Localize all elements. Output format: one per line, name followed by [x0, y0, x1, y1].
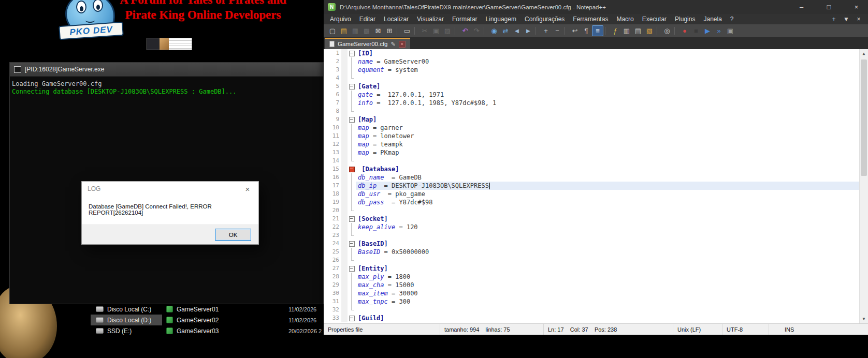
- status-eol[interactable]: Unix (LF): [673, 324, 722, 335]
- editor-line-28[interactable]: 28max_ply = 1800: [324, 273, 859, 281]
- menu-item-help12[interactable]: ?: [726, 14, 738, 24]
- code-text[interactable]: max_tnpc = 300: [356, 297, 859, 306]
- editor-line-24[interactable]: 24[BaseID]: [324, 240, 859, 248]
- code-text[interactable]: [ID]: [356, 49, 859, 57]
- editor-line-27[interactable]: 27[Entity]: [324, 264, 859, 273]
- show-all-chars-button[interactable]: ¶: [581, 25, 592, 36]
- new-file-button[interactable]: ▢: [327, 25, 338, 36]
- close-file-button[interactable]: ⊠: [372, 25, 384, 36]
- vertical-scrollbar[interactable]: ▲ ▼: [859, 49, 868, 323]
- menu-item-formatar[interactable]: Formatar: [448, 14, 482, 24]
- editor-line-9[interactable]: 9[Map]: [324, 115, 859, 124]
- close-tab-button[interactable]: ×: [852, 16, 865, 23]
- editor-line-12[interactable]: 12map = teampk: [324, 140, 859, 148]
- code-text[interactable]: [Socket]: [356, 215, 859, 223]
- scroll-up-icon[interactable]: ▲: [860, 49, 868, 58]
- copy-button[interactable]: ▣: [430, 25, 442, 36]
- find-button[interactable]: ◉: [488, 25, 500, 36]
- editor-area[interactable]: 1[ID]2name = GameServer003equment = syst…: [324, 49, 868, 323]
- save-macro-button[interactable]: ▣: [725, 25, 736, 36]
- fold-marker[interactable]: [348, 49, 356, 57]
- code-text[interactable]: map = garner: [356, 124, 859, 132]
- dialog-titlebar[interactable]: LOG ×: [82, 182, 258, 196]
- code-text[interactable]: max_ply = 1800: [356, 273, 859, 281]
- folder-workspace-button[interactable]: ▧: [644, 25, 655, 36]
- editor-line-5[interactable]: 5[Gate]: [324, 82, 859, 91]
- menu-item-linguagem[interactable]: Linguagem: [482, 14, 520, 24]
- console-titlebar[interactable]: [PID:16028]GameServer.exe: [10, 63, 323, 77]
- menu-item-janela[interactable]: Janela: [699, 14, 726, 24]
- code-text[interactable]: db_pass = Y87dc#$98: [356, 198, 859, 206]
- tab-list-button[interactable]: ▼: [840, 16, 852, 23]
- code-text[interactable]: name = GameServer00: [356, 57, 859, 66]
- code-text[interactable]: keep_alive = 120: [356, 223, 859, 231]
- close-icon[interactable]: ×: [242, 185, 253, 193]
- status-insert-mode[interactable]: INS: [769, 324, 868, 335]
- menu-item-localizar[interactable]: Localizar: [380, 14, 413, 24]
- editor-line-32[interactable]: 32: [324, 306, 859, 314]
- word-wrap-button[interactable]: ↩: [569, 25, 581, 36]
- editor-line-3[interactable]: 3equment = system: [324, 66, 859, 74]
- doc-map-button[interactable]: ▥: [621, 25, 632, 36]
- code-text[interactable]: [BaseID]: [356, 240, 859, 248]
- play-macro-button[interactable]: ▶: [702, 25, 713, 36]
- code-text[interactable]: [Entity]: [356, 264, 859, 273]
- editor-line-21[interactable]: 21[Socket]: [324, 215, 859, 223]
- drive-item[interactable]: Disco Local (D:): [91, 315, 162, 325]
- fold-marker[interactable]: [348, 264, 356, 273]
- file-item[interactable]: GameServer03: [162, 327, 288, 335]
- find-next-button[interactable]: ►: [523, 25, 534, 36]
- code-text[interactable]: info = 127.0.0.1, 1985, Y87dc#$98, 1: [356, 99, 859, 107]
- menu-item-executar[interactable]: Executar: [638, 14, 671, 24]
- fold-marker[interactable]: [348, 82, 356, 91]
- function-list-button[interactable]: ƒ: [610, 25, 621, 36]
- find-prev-button[interactable]: ◄: [511, 25, 523, 36]
- tab-close-icon[interactable]: ×: [399, 41, 406, 48]
- editor-line-15[interactable]: 15 [Database]: [324, 165, 859, 173]
- editor-line-11[interactable]: 11map = lonetower: [324, 132, 859, 140]
- editor-line-31[interactable]: 31max_tnpc = 300: [324, 297, 859, 306]
- code-text[interactable]: [Gate]: [356, 82, 859, 91]
- editor-line-10[interactable]: 10map = garner: [324, 124, 859, 132]
- fold-marker[interactable]: [348, 314, 356, 322]
- open-file-button[interactable]: ▤: [338, 25, 350, 36]
- code-text[interactable]: equment = system: [356, 66, 859, 74]
- code-text[interactable]: BaseID = 0x50000000: [356, 248, 859, 256]
- code-text[interactable]: map = lonetower: [356, 132, 859, 140]
- file-item[interactable]: GameServer01: [162, 306, 288, 313]
- fold-marker[interactable]: [348, 240, 356, 248]
- editor-line-7[interactable]: 7info = 127.0.0.1, 1985, Y87dc#$98, 1: [324, 99, 859, 107]
- editor-line-29[interactable]: 29max_cha = 15000: [324, 281, 859, 289]
- code-text[interactable]: db_name = GameDB: [356, 173, 859, 182]
- code-text[interactable]: max_cha = 15000: [356, 281, 859, 289]
- tab-gameserver00-cfg[interactable]: GameServer00.cfg ✎ ×: [325, 38, 410, 49]
- editor-line-2[interactable]: 2name = GameServer00: [324, 57, 859, 66]
- ok-button[interactable]: OK: [215, 229, 251, 241]
- code-text[interactable]: max_item = 30000: [356, 289, 859, 297]
- zoom-in-button[interactable]: +: [540, 25, 552, 36]
- code-text[interactable]: [356, 206, 859, 215]
- editor-line-20[interactable]: 20: [324, 206, 859, 215]
- new-tab-button[interactable]: +: [828, 16, 840, 23]
- code-text[interactable]: [356, 107, 859, 115]
- status-encoding[interactable]: UTF-8: [722, 324, 769, 335]
- editor-line-1[interactable]: 1[ID]: [324, 49, 859, 57]
- code-text[interactable]: [356, 306, 859, 314]
- menu-item-plugins[interactable]: Plugins: [671, 14, 699, 24]
- editor-line-23[interactable]: 23: [324, 231, 859, 240]
- stop-macro-button[interactable]: ■: [690, 25, 702, 36]
- save-file-button[interactable]: ▦: [350, 25, 361, 36]
- save-all-button[interactable]: ▩: [361, 25, 372, 36]
- code-text[interactable]: db_usr = pko_game: [356, 190, 859, 198]
- editor-line-14[interactable]: 14: [324, 157, 859, 165]
- fold-marker[interactable]: [348, 115, 356, 124]
- notepad-titlebar[interactable]: N D:\Arquivos Monthanna\TalesOfPirateDX9…: [324, 0, 868, 14]
- close-button[interactable]: ×: [845, 0, 868, 14]
- doc-list-button[interactable]: ▤: [632, 25, 644, 36]
- code-text[interactable]: [356, 231, 859, 240]
- code-text[interactable]: gate = 127.0.0.1, 1971: [356, 91, 859, 99]
- code-text[interactable]: map = PKmap: [356, 148, 859, 157]
- cut-button[interactable]: ✂: [419, 25, 430, 36]
- code-text[interactable]: [356, 74, 859, 82]
- redo-button[interactable]: ↷: [471, 25, 482, 36]
